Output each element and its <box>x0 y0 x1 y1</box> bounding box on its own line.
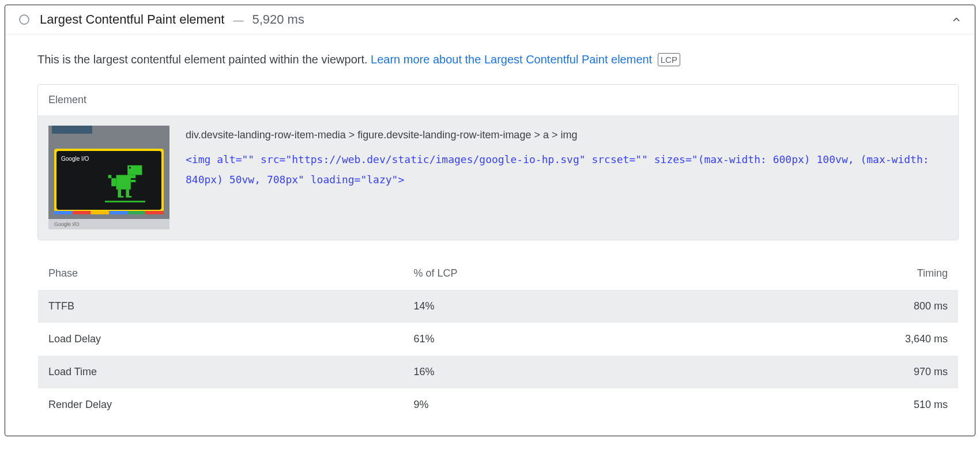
phase-timing: 3,640 ms <box>683 323 958 356</box>
phase-timing: 800 ms <box>683 290 958 323</box>
thumb-label: Google I/O <box>61 156 89 162</box>
chevron-up-icon <box>951 14 962 25</box>
audit-title: Largest Contentful Paint element <box>40 12 224 27</box>
element-box: Element Google I/O <box>37 84 959 240</box>
svg-rect-1 <box>129 167 131 169</box>
table-row: Render Delay 9% 510 ms <box>38 388 959 422</box>
table-row: Load Time 16% 970 ms <box>38 356 959 388</box>
element-snippet: <img alt="" src="https://web.dev/static/… <box>186 150 948 189</box>
audit-time: 5,920 ms <box>252 12 304 27</box>
svg-rect-10 <box>129 196 131 198</box>
audit-body: This is the largest contentful element p… <box>5 35 975 436</box>
element-text: div.devsite-landing-row-item-media > fig… <box>186 126 948 190</box>
phase-name: Load Delay <box>38 323 404 356</box>
svg-rect-9 <box>121 196 123 198</box>
audit-panel: Largest Contentful Paint element — 5,920… <box>5 5 975 436</box>
phase-pct: 14% <box>404 290 683 323</box>
table-row: TTFB 14% 800 ms <box>38 290 959 323</box>
element-row: Google I/O <box>38 115 958 240</box>
phase-pct: 16% <box>404 356 683 388</box>
description-intro: This is the largest contentful element p… <box>37 53 371 66</box>
element-selector: div.devsite-landing-row-item-media > fig… <box>186 126 948 144</box>
phase-name: Load Time <box>38 356 404 388</box>
phase-pct: 9% <box>404 388 683 422</box>
svg-rect-5 <box>108 175 112 179</box>
audit-title-group: Largest Contentful Paint element — 5,920… <box>40 12 304 27</box>
phase-name: TTFB <box>38 290 404 323</box>
phase-name: Render Delay <box>38 388 404 422</box>
col-timing: Timing <box>683 257 958 290</box>
audit-description: This is the largest contentful element p… <box>37 51 959 68</box>
col-pct: % of LCP <box>404 257 683 290</box>
svg-rect-7 <box>118 190 121 198</box>
thumb-footer: Google I/O <box>48 219 169 229</box>
element-box-heading: Element <box>38 85 958 115</box>
learn-more-link[interactable]: Learn more about the Largest Contentful … <box>371 53 652 66</box>
audit-header[interactable]: Largest Contentful Paint element — 5,920… <box>5 5 975 35</box>
svg-rect-0 <box>127 165 142 175</box>
collapse-toggle[interactable] <box>949 13 963 27</box>
phase-timing: 510 ms <box>683 388 958 422</box>
phase-table-header-row: Phase % of LCP Timing <box>38 257 959 290</box>
phase-timing: 970 ms <box>683 356 958 388</box>
phase-pct: 61% <box>404 323 683 356</box>
title-separator: — <box>227 14 249 26</box>
element-thumbnail: Google I/O <box>48 126 169 229</box>
svg-rect-3 <box>116 175 131 190</box>
svg-rect-11 <box>105 201 145 202</box>
svg-rect-4 <box>111 178 116 186</box>
lcp-badge: LCP <box>658 53 680 66</box>
phase-table: Phase % of LCP Timing TTFB 14% 800 ms Lo… <box>37 256 959 422</box>
dino-icon <box>105 164 145 204</box>
col-phase: Phase <box>38 257 404 290</box>
status-circle-icon <box>19 14 29 25</box>
svg-rect-8 <box>126 190 129 198</box>
table-row: Load Delay 61% 3,640 ms <box>38 323 959 356</box>
svg-rect-6 <box>131 180 135 182</box>
